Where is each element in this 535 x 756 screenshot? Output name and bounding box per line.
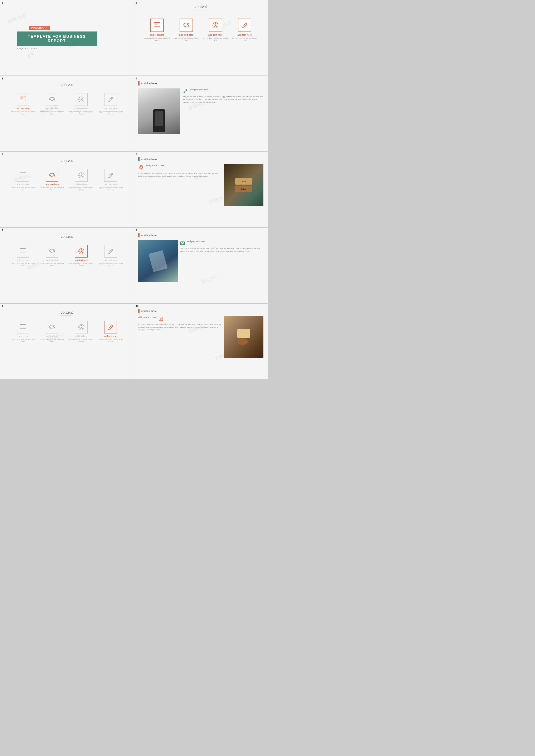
slide-2-content: content add text here copy or write your… xyxy=(134,0,268,46)
icon-label-3-2: add text here xyxy=(46,107,58,110)
slide-8-image xyxy=(138,240,178,282)
slide-number-6: 6 xyxy=(136,153,137,156)
paragraph-6: copy or write your text and paste it her… xyxy=(138,172,222,178)
icon-label-9-4: add text here xyxy=(104,335,117,337)
svg-point-59 xyxy=(54,327,54,328)
icon-desc-7-4: copy or write your text and paste it her… xyxy=(98,262,123,267)
camera-icon-8 xyxy=(180,240,185,245)
icon-desc-2: copy or write your text and paste it her… xyxy=(173,37,200,42)
icons-row-3: add text here copy or write your text an… xyxy=(11,93,123,115)
icon-box-5-4 xyxy=(104,169,117,182)
icon-item-3-4: add text here copy or write your text an… xyxy=(98,93,123,115)
icon-desc-3-2: copy or write your text and paste it her… xyxy=(40,111,65,115)
icon-box-7-2 xyxy=(46,245,58,258)
icon-label-1: add text here xyxy=(150,34,164,36)
slide-8: 8 道格办公 道格办公 add title here add your text… xyxy=(134,228,268,303)
slide-number-10: 10 xyxy=(136,305,138,308)
content-heading: content xyxy=(195,4,207,9)
book-shape xyxy=(149,250,167,272)
svg-line-63 xyxy=(111,325,112,327)
icon-label-3: add text here xyxy=(209,34,223,36)
slide-number-5: 5 xyxy=(2,153,3,156)
icon-item-7-2: add text here copy or write your text an… xyxy=(40,245,65,267)
icon-desc-3: copy or write your text and paste it her… xyxy=(202,37,229,42)
icon-box-3-4 xyxy=(104,93,117,106)
icon-label-2: add text here xyxy=(179,34,193,36)
phone-screen xyxy=(155,111,163,126)
icon-item-9-2: add text here copy or write your text an… xyxy=(40,321,65,343)
icons-row-5: add text here copy or write your text an… xyxy=(11,169,123,191)
gamepad-icon-9 xyxy=(48,323,56,331)
items-shapes xyxy=(238,329,250,345)
subtitle: designed by：tiame xyxy=(17,47,37,50)
svg-rect-27 xyxy=(20,173,26,177)
icons-row-7: add text here copy or write your text an… xyxy=(11,245,123,267)
icon-item-1: add text here copy or write your text an… xyxy=(144,18,171,42)
icon-label-7-4: add text here xyxy=(104,259,117,262)
icon-box-9-2 xyxy=(46,321,58,333)
pen-icon xyxy=(241,21,248,29)
icon-item-9-1: add text here copy or write your text an… xyxy=(11,321,36,343)
body-4: add your text here add your text here.yo… xyxy=(138,88,264,148)
body-6: add your text here copy or write your te… xyxy=(138,164,264,224)
text-col-8: add your text here copy or write your te… xyxy=(180,240,264,300)
content-underline xyxy=(195,10,207,10)
pen-icon-9 xyxy=(107,323,114,331)
slide-10: 10 道格办公 道格办公 add title here add your tex… xyxy=(134,304,268,379)
body-8: add your text here copy or write your te… xyxy=(138,240,264,300)
icon-box-9-4 xyxy=(104,321,117,333)
slide-number-4: 4 xyxy=(136,77,137,80)
slide-4: 4 道格办公 add title here add your text here xyxy=(134,76,268,152)
slide-10-image xyxy=(224,316,264,358)
slide-5: 5 道格办公 content add text here copy or wri… xyxy=(0,152,134,227)
icon-desc-5-4: copy or write your text and paste it her… xyxy=(98,186,123,191)
slide-7: 7 道格办公 content add text here copy or wri… xyxy=(0,228,134,303)
icon-item-2: add text here copy or write your text an… xyxy=(173,18,200,42)
icon-desc-9-1: copy or write your text and paste it her… xyxy=(11,338,36,343)
icon-box-7-1 xyxy=(17,245,29,258)
svg-point-7 xyxy=(188,25,188,26)
icon-label-3-3: add text here xyxy=(75,107,87,110)
icons-row: add text here copy or write your text an… xyxy=(144,18,258,42)
icon-label-9-3: add text here xyxy=(75,335,87,337)
svg-point-52 xyxy=(182,242,183,244)
icon-item-4: add text here copy or write your text an… xyxy=(231,18,258,42)
icon-desc-1: copy or write your text and paste it her… xyxy=(144,37,171,42)
svg-line-26 xyxy=(185,90,187,91)
icon-box-9-3 xyxy=(75,321,88,333)
wood-items: TURN GREAT xyxy=(235,178,252,192)
icon-label-7-3: add text here xyxy=(75,259,88,262)
svg-rect-16 xyxy=(21,98,23,99)
svg-point-38 xyxy=(140,166,142,168)
icon-box-3-2 xyxy=(46,93,58,106)
icon-box-3 xyxy=(209,18,222,32)
gamepad-icon-7 xyxy=(48,247,56,255)
icon-box-5-1 xyxy=(17,169,29,182)
pen-icon-7 xyxy=(107,247,114,255)
icon-desc-9-3: copy or write your text and paste it her… xyxy=(69,338,94,343)
icon-label-5-4: add text here xyxy=(104,183,117,185)
icon-item-3-3: add text here copy or write your text an… xyxy=(69,93,94,115)
icon-desc-3-1: copy or write your text and paste it her… xyxy=(11,111,36,115)
monitor-icon-7 xyxy=(19,247,27,255)
content-heading-3: content xyxy=(61,82,73,87)
sub-heading-8: add your text here xyxy=(187,240,205,242)
monitor-icon-5 xyxy=(19,172,27,179)
title-row-8: add title here xyxy=(138,233,264,237)
icon-box-3-3 xyxy=(75,93,88,106)
phone-image xyxy=(138,88,180,134)
slide-1: 1 道格办公 道格办公 道格 POWERPOIN TEMPLATE FOR BU… xyxy=(0,0,134,75)
svg-point-36 xyxy=(81,175,82,176)
cd-icon-7 xyxy=(78,247,85,255)
cd-icon-5 xyxy=(78,172,85,179)
title-accent-10 xyxy=(138,309,140,313)
subheading-4: add your text here xyxy=(190,88,208,92)
icon-desc-9-2: copy or write your text and paste it her… xyxy=(40,338,65,343)
sub-heading-4: add your text here xyxy=(190,88,208,91)
icon-box-7-3 xyxy=(75,245,88,258)
icon-box-1 xyxy=(150,18,164,32)
watermark: 道格办公 xyxy=(6,12,27,25)
icon-item-5-3: add text here copy or write your text an… xyxy=(69,169,94,191)
icon-label-5-1: add text here xyxy=(17,183,29,185)
item-1 xyxy=(238,329,250,338)
